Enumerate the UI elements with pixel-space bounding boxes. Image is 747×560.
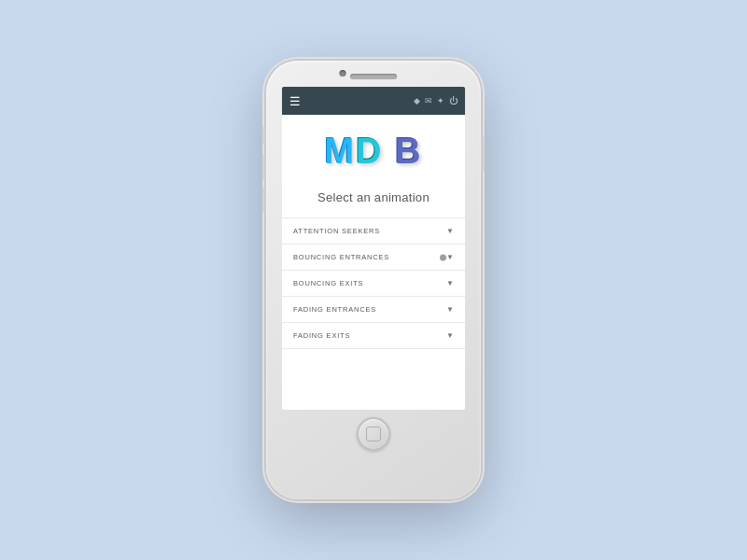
gem-icon: ◆ — [414, 96, 420, 105]
home-button[interactable] — [357, 417, 390, 451]
navbar-icons: ◆ ✉ ✦ ⏻ — [414, 96, 458, 105]
navbar: ☰ ◆ ✉ ✦ ⏻ — [282, 87, 465, 115]
accordion-label-bouncing-exits: BOUNCING EXITS — [293, 279, 363, 287]
power-icon: ⏻ — [449, 96, 458, 105]
silent-button[interactable] — [262, 126, 266, 145]
phone-shell: ☰ ◆ ✉ ✦ ⏻ MD B Select an animation ATTEN… — [266, 61, 481, 499]
volume-down-button[interactable] — [262, 187, 266, 213]
accordion-arrow-fading-exits: ▼ — [446, 331, 454, 340]
menu-icon[interactable]: ☰ — [289, 94, 301, 108]
accordion-item-fading-entrances[interactable]: FADING ENTRANCES ▼ — [282, 296, 465, 322]
screen: ☰ ◆ ✉ ✦ ⏻ MD B Select an animation ATTEN… — [282, 87, 465, 410]
accordion-label-attention-seekers: ATTENTION SEEKERS — [293, 227, 380, 235]
email-icon: ✉ — [425, 96, 432, 105]
bouncing-entrances-badge — [440, 254, 446, 260]
logo-m: M — [324, 132, 356, 172]
camera — [340, 70, 346, 77]
speaker — [350, 74, 397, 79]
accordion-item-bouncing-entrances[interactable]: BOUNCING ENTRANCES ▼ — [282, 244, 465, 270]
screen-content: MD B Select an animation ATTENTION SEEKE… — [282, 115, 465, 410]
accordion-arrow-fading-entrances: ▼ — [446, 305, 454, 314]
power-button[interactable] — [481, 135, 485, 173]
accordion-list: ATTENTION SEEKERS ▼ BOUNCING ENTRANCES ▼… — [282, 217, 465, 349]
select-animation-title: Select an animation — [282, 183, 465, 217]
volume-up-button[interactable] — [262, 154, 266, 180]
accordion-label-fading-entrances: FADING ENTRANCES — [293, 305, 376, 314]
logo-area: MD B — [282, 115, 465, 183]
accordion-item-attention-seekers[interactable]: ATTENTION SEEKERS ▼ — [282, 217, 465, 244]
logo-d: D — [356, 132, 383, 172]
accordion-label-fading-exits: FADING EXITS — [293, 331, 350, 340]
accordion-arrow-bouncing-exits: ▼ — [446, 279, 454, 287]
accordion-item-fading-exits[interactable]: FADING EXITS ▼ — [282, 322, 465, 349]
chat-icon: ✦ — [437, 96, 444, 105]
accordion-label-bouncing-entrances: BOUNCING ENTRANCES — [293, 253, 389, 261]
accordion-arrow-attention-seekers: ▼ — [446, 227, 454, 235]
logo: MD B — [324, 132, 422, 172]
home-button-inner — [366, 427, 381, 441]
home-button-wrapper — [357, 417, 390, 451]
accordion-arrow-bouncing-entrances: ▼ — [446, 253, 454, 261]
accordion-item-bouncing-exits[interactable]: BOUNCING EXITS ▼ — [282, 270, 465, 296]
logo-b: B — [395, 132, 422, 172]
